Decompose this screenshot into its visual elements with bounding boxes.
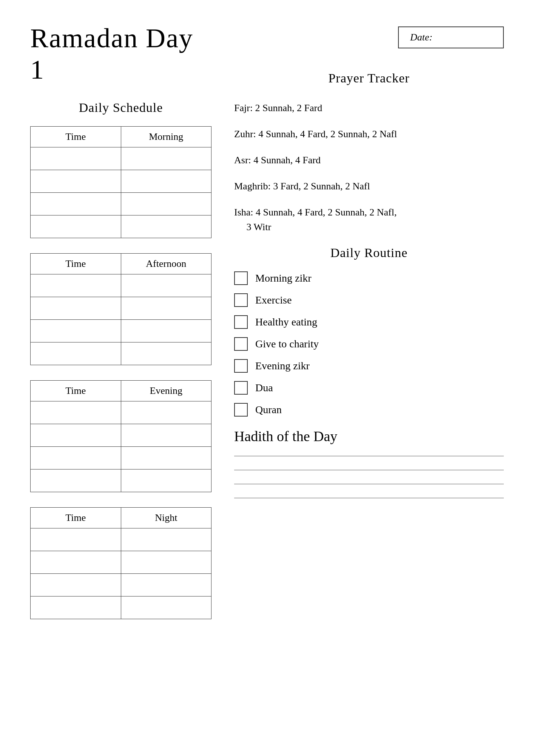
morning-header: Morning [121,127,211,147]
date-box[interactable]: Date: [398,26,504,48]
table-row [31,401,211,424]
table-row [31,215,211,238]
checkbox-exercise[interactable] [234,293,248,307]
routine-give-to-charity: Give to charity [234,337,504,351]
routine-label-evening-zikr: Evening zikr [255,360,310,372]
table-row [31,193,211,215]
prayer-maghrib: Maghrib: 3 Fard, 2 Sunnah, 2 Nafl [234,179,504,194]
routine-evening-zikr: Evening zikr [234,359,504,373]
page-title: Ramadan Day 1 [30,23,211,85]
checkbox-morning-zikr[interactable] [234,271,248,285]
prayer-tracker-title: Prayer Tracker [234,71,504,85]
hadith-line-2 [234,470,504,470]
routine-dua: Dua [234,381,504,395]
routine-healthy-eating: Healthy eating [234,315,504,329]
prayer-isha: Isha: 4 Sunnah, 4 Fard, 2 Sunnah, 2 Nafl… [234,205,504,234]
evening-header: Evening [121,381,211,401]
date-label: Date: [410,32,432,43]
checkbox-evening-zikr[interactable] [234,359,248,373]
time-header-night: Time [31,508,121,528]
table-row [31,297,211,320]
prayer-zuhr: Zuhr: 4 Sunnah, 4 Fard, 2 Sunnah, 2 Nafl [234,127,504,141]
morning-table: Time Morning [30,126,211,238]
daily-routine-title: Daily Routine [234,246,504,260]
time-header-evening: Time [31,381,121,401]
night-header: Night [121,508,211,528]
hadith-line-4 [234,498,504,498]
afternoon-header: Afternoon [121,254,211,274]
table-row [31,596,211,619]
routine-morning-zikr: Morning zikr [234,271,504,285]
table-row [31,320,211,342]
table-row [31,342,211,365]
hadith-title: Hadith of the Day [234,428,504,445]
prayer-asr: Asr: 4 Sunnah, 4 Fard [234,153,504,167]
table-row [31,551,211,574]
time-header-morning: Time [31,127,121,147]
routine-exercise: Exercise [234,293,504,307]
routine-label-healthy-eating: Healthy eating [255,316,317,328]
date-box-container: Date: [234,26,504,64]
table-row [31,170,211,193]
checkbox-give-to-charity[interactable] [234,337,248,351]
routine-label-quran: Quran [255,404,282,416]
prayer-fajr: Fajr: 2 Sunnah, 2 Fard [234,101,504,115]
afternoon-table: Time Afternoon [30,253,211,365]
evening-table: Time Evening [30,380,211,492]
table-row [31,424,211,447]
table-row [31,469,211,492]
night-table: Time Night [30,507,211,619]
hadith-line-3 [234,484,504,484]
hadith-line-1 [234,456,504,456]
routine-label-exercise: Exercise [255,294,292,306]
table-row [31,274,211,297]
table-row [31,147,211,170]
table-row [31,528,211,551]
routine-quran: Quran [234,403,504,417]
checkbox-quran[interactable] [234,403,248,417]
routine-label-dua: Dua [255,382,273,394]
table-row [31,447,211,469]
time-header-afternoon: Time [31,254,121,274]
routine-label-give-to-charity: Give to charity [255,338,319,350]
routine-label-morning-zikr: Morning zikr [255,272,312,284]
schedule-title: Daily Schedule [30,101,211,115]
checkbox-healthy-eating[interactable] [234,315,248,329]
checkbox-dua[interactable] [234,381,248,395]
table-row [31,574,211,596]
